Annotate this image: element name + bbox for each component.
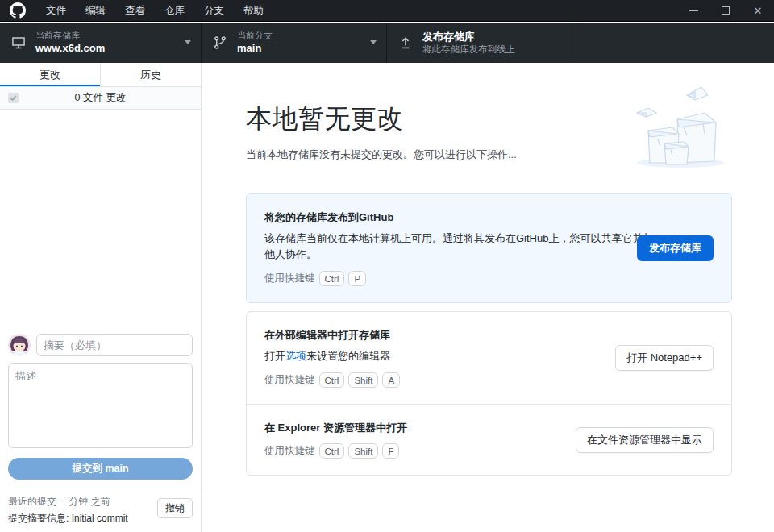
open-in-explorer-card: 在 Explorer 资源管理器中打开 使用快捷键 Ctrl Shift F 在… bbox=[247, 404, 731, 475]
editor-body-suffix: 来设置您的编辑器 bbox=[306, 350, 390, 362]
last-commit-footer: 最近的提交 一分钟 之前 提交摘要信息: Initial commit 撤销 bbox=[0, 488, 201, 532]
changed-files-header: 0 文件 更改 bbox=[0, 87, 201, 110]
upload-icon bbox=[398, 35, 413, 50]
publish-text: 发布存储库 将此存储库发布到线上 bbox=[422, 31, 515, 56]
github-logo-icon bbox=[10, 2, 26, 19]
kbd-a: A bbox=[382, 372, 400, 388]
menubar: 文件 编辑 查看 仓库 分支 帮助 bbox=[36, 0, 273, 22]
options-link[interactable]: 选项 bbox=[285, 350, 306, 362]
no-changes-view: 本地暂无更改 当前本地存储库没有未提交的更改。您可以进行以下操作... 将您的存… bbox=[202, 63, 774, 532]
open-in-editor-card: 在外部编辑器中打开存储库 打开选项来设置您的编辑器 使用快捷键 Ctrl Shi… bbox=[247, 312, 731, 404]
last-commit-summary-value: Initial commit bbox=[72, 513, 128, 524]
branch-name: main bbox=[237, 42, 273, 55]
editor-card-title: 在外部编辑器中打开存储库 bbox=[264, 328, 714, 343]
publish-repository-card: 将您的存储库发布到GitHub 该存储库当前仅在本地计算机上可用。通过将其发布在… bbox=[246, 193, 732, 303]
kbd-shift: Shift bbox=[348, 372, 378, 388]
kbd-ctrl: Ctrl bbox=[319, 443, 345, 459]
chevron-down-icon bbox=[185, 40, 191, 44]
tab-history[interactable]: 历史 bbox=[100, 63, 201, 86]
publish-card-shortcut: 使用快捷键 Ctrl P bbox=[264, 271, 714, 286]
commit-form: 提交到 main bbox=[0, 327, 201, 488]
menu-help[interactable]: 帮助 bbox=[234, 0, 273, 22]
publish-subtitle: 将此存储库发布到线上 bbox=[422, 44, 515, 55]
publish-card-body: 该存储库当前仅在本地计算机上可用。通过将其发布在GitHub上，您可以共享它并与… bbox=[264, 231, 660, 263]
sidebar: 更改 历史 0 文件 更改 bbox=[0, 63, 202, 532]
publish-card-title: 将您的存储库发布到GitHub bbox=[264, 210, 714, 225]
menu-view[interactable]: 查看 bbox=[115, 0, 155, 22]
toolbar: 当前存储库 www.x6d.com 当前分支 main bbox=[0, 23, 774, 63]
maximize-button[interactable] bbox=[710, 0, 742, 21]
close-icon: ✕ bbox=[754, 5, 763, 17]
shortcut-label: 使用快捷键 bbox=[264, 444, 315, 458]
publish-title: 发布存储库 bbox=[422, 31, 515, 44]
editor-card-shortcut: 使用快捷键 Ctrl Shift A bbox=[264, 372, 714, 388]
kbd-p: P bbox=[348, 271, 366, 286]
select-all-checkbox[interactable] bbox=[8, 93, 19, 103]
undo-commit-button[interactable]: 撤销 bbox=[157, 498, 193, 518]
kbd-shift: Shift bbox=[348, 443, 378, 459]
sidebar-tabs: 更改 历史 bbox=[0, 63, 201, 87]
kbd-ctrl: Ctrl bbox=[319, 271, 345, 286]
publish-repository-toolbar-button[interactable]: 发布存储库 将此存储库发布到线上 bbox=[387, 23, 572, 63]
repo-text: 当前存储库 www.x6d.com bbox=[35, 31, 105, 55]
minimize-button[interactable] bbox=[677, 0, 710, 21]
editor-body-prefix: 打开 bbox=[264, 350, 285, 362]
paper-stack-illustration bbox=[630, 81, 735, 169]
check-icon bbox=[10, 94, 17, 102]
shortcut-label: 使用快捷键 bbox=[264, 272, 315, 285]
repo-name: www.x6d.com bbox=[35, 42, 105, 55]
github-desktop-window: 文件 编辑 查看 仓库 分支 帮助 ✕ 当前存储库 www.x6d.com bbox=[0, 0, 774, 532]
commit-description-input[interactable] bbox=[8, 363, 193, 448]
last-commit-summary-label: 提交摘要信息: bbox=[8, 513, 69, 524]
show-in-explorer-button[interactable]: 在文件资源管理器中显示 bbox=[576, 427, 714, 453]
chevron-down-icon bbox=[370, 40, 377, 44]
commit-summary-input[interactable] bbox=[36, 334, 193, 356]
close-button[interactable]: ✕ bbox=[742, 0, 774, 21]
avatar bbox=[8, 334, 31, 356]
editor-card-body: 打开选项来设置您的编辑器 bbox=[264, 348, 660, 364]
kbd-ctrl: Ctrl bbox=[319, 372, 345, 388]
shortcut-label: 使用快捷键 bbox=[264, 373, 315, 387]
computer-icon bbox=[11, 35, 26, 50]
action-card-list: 在外部编辑器中打开存储库 打开选项来设置您的编辑器 使用快捷键 Ctrl Shi… bbox=[246, 311, 732, 476]
commit-to-main-button[interactable]: 提交到 main bbox=[8, 458, 193, 480]
window-controls: ✕ bbox=[677, 0, 774, 21]
menu-branch[interactable]: 分支 bbox=[194, 0, 234, 22]
branch-text: 当前分支 main bbox=[237, 31, 273, 55]
repo-label: 当前存储库 bbox=[35, 31, 105, 42]
maximize-icon bbox=[722, 6, 730, 15]
minimize-icon bbox=[689, 10, 698, 11]
menu-repository[interactable]: 仓库 bbox=[155, 0, 194, 22]
changed-files-count: 0 文件 更改 bbox=[0, 91, 201, 105]
menu-file[interactable]: 文件 bbox=[36, 0, 76, 22]
publish-repository-button[interactable]: 发布存储库 bbox=[637, 235, 714, 261]
open-editor-button[interactable]: 打开 Notepad++ bbox=[615, 345, 714, 371]
tab-changes[interactable]: 更改 bbox=[0, 63, 100, 86]
changes-list-empty bbox=[0, 110, 201, 327]
kbd-f: F bbox=[382, 443, 399, 459]
menu-edit[interactable]: 编辑 bbox=[76, 0, 115, 22]
git-branch-icon bbox=[213, 35, 227, 50]
current-repository-dropdown[interactable]: 当前存储库 www.x6d.com bbox=[0, 23, 202, 63]
current-branch-dropdown[interactable]: 当前分支 main bbox=[202, 23, 387, 63]
branch-label: 当前分支 bbox=[237, 31, 273, 42]
titlebar: 文件 编辑 查看 仓库 分支 帮助 ✕ bbox=[0, 0, 774, 22]
